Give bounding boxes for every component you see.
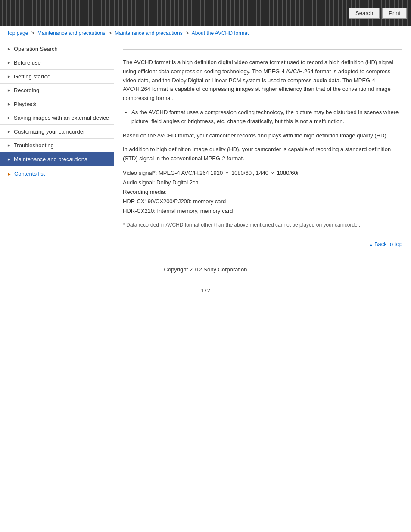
sidebar-item-label: Operation Search bbox=[14, 46, 58, 52]
sidebar-item-label: Getting started bbox=[14, 73, 50, 80]
arrow-right-icon: ► bbox=[7, 171, 12, 177]
breadcrumb-link-top[interactable]: Top page bbox=[7, 30, 28, 36]
recording-media-1-row: HDR-CX190/CX200/PJ200: memory card bbox=[123, 197, 402, 206]
arrow-icon: ► bbox=[7, 115, 11, 120]
video-signal-label: Video signal*: MPEG-4 AVC/H.264 1920 bbox=[123, 170, 223, 176]
arrow-icon: ► bbox=[7, 129, 11, 134]
cross-icon-2: × bbox=[271, 171, 274, 176]
back-to-top-row: ▲Back to top bbox=[123, 236, 402, 252]
sidebar-item-label: Before use bbox=[14, 59, 41, 66]
arrow-icon: ► bbox=[7, 143, 11, 148]
sidebar-item-customizing[interactable]: ► Customizing your camcorder bbox=[0, 125, 114, 139]
sidebar-item-operation-search[interactable]: ► Operation Search bbox=[0, 42, 114, 56]
video-signal-mid: 1080/60i, 1440 bbox=[231, 170, 268, 176]
sidebar-item-recording[interactable]: ► Recording bbox=[0, 84, 114, 97]
sidebar-item-maintenance[interactable]: ► Maintenance and precautions bbox=[0, 152, 114, 166]
arrow-icon: ► bbox=[7, 74, 11, 79]
bullet-list: As the AVCHD format uses a compression c… bbox=[131, 108, 402, 126]
breadcrumb: Top page > Maintenance and precautions >… bbox=[0, 26, 411, 40]
sidebar-item-saving-images[interactable]: ► Saving images with an external device bbox=[0, 111, 114, 125]
print-button[interactable]: Print bbox=[382, 8, 407, 19]
contents-list-link[interactable]: ► Contents list bbox=[0, 166, 114, 181]
breadcrumb-link-maintenance1[interactable]: Maintenance and precautions bbox=[37, 30, 105, 36]
sidebar-item-label: Recording bbox=[14, 87, 39, 93]
video-signal-row: Video signal*: MPEG-4 AVC/H.264 1920 × 1… bbox=[123, 168, 402, 178]
sidebar-item-label: Maintenance and precautions bbox=[14, 156, 87, 162]
header: Search Print bbox=[0, 0, 411, 26]
bullet-item-1: As the AVCHD format uses a compression c… bbox=[131, 108, 402, 126]
sidebar-item-label: Customizing your camcorder bbox=[14, 128, 85, 135]
breadcrumb-link-maintenance2[interactable]: Maintenance and precautions bbox=[115, 30, 182, 36]
main-layout: ► Operation Search ► Before use ► Gettin… bbox=[0, 40, 411, 260]
breadcrumb-link-avchd[interactable]: About the AVCHD format bbox=[192, 30, 249, 36]
hd-paragraph: Based on the AVCHD format, your camcorde… bbox=[123, 131, 402, 140]
arrow-icon: ► bbox=[7, 60, 11, 65]
sidebar-item-getting-started[interactable]: ► Getting started bbox=[0, 70, 114, 84]
sidebar-item-label: Troubleshooting bbox=[14, 142, 54, 149]
video-signal-end: 1080/60i bbox=[277, 170, 299, 176]
content-divider-top bbox=[123, 49, 402, 50]
sidebar-item-label: Playback bbox=[14, 101, 37, 107]
content-area: The AVCHD format is a high definition di… bbox=[114, 40, 411, 260]
sidebar-item-label: Saving images with an external device bbox=[14, 115, 109, 121]
search-button[interactable]: Search bbox=[349, 8, 380, 19]
audio-signal-row: Audio signal: Dolby Digital 2ch bbox=[123, 178, 402, 187]
sidebar-item-playback[interactable]: ► Playback bbox=[0, 97, 114, 111]
page-number: 172 bbox=[0, 279, 411, 302]
triangle-up-icon: ▲ bbox=[369, 242, 373, 247]
intro-paragraph: The AVCHD format is a high definition di… bbox=[123, 58, 402, 103]
footnote: * Data recorded in AVCHD format other th… bbox=[123, 221, 402, 229]
recording-media-label-row: Recording media: bbox=[123, 187, 402, 197]
sidebar-item-before-use[interactable]: ► Before use bbox=[0, 56, 114, 70]
arrow-icon: ► bbox=[7, 102, 11, 106]
cross-icon: × bbox=[226, 171, 228, 176]
std-paragraph: In addition to high definition image qua… bbox=[123, 145, 402, 163]
back-to-top-label: Back to top bbox=[374, 241, 402, 247]
sidebar: ► Operation Search ► Before use ► Gettin… bbox=[0, 40, 114, 260]
content-body: The AVCHD format is a high definition di… bbox=[123, 58, 402, 251]
contents-list-label: Contents list bbox=[14, 171, 45, 177]
back-to-top-link[interactable]: ▲Back to top bbox=[369, 241, 402, 247]
copyright-text: Copyright 2012 Sony Corporation bbox=[164, 266, 247, 273]
sidebar-item-troubleshooting[interactable]: ► Troubleshooting bbox=[0, 139, 114, 152]
footer: Copyright 2012 Sony Corporation bbox=[0, 260, 411, 279]
arrow-icon: ► bbox=[7, 88, 11, 93]
spec-table: Video signal*: MPEG-4 AVC/H.264 1920 × 1… bbox=[123, 168, 402, 216]
arrow-icon: ► bbox=[7, 157, 11, 162]
recording-media-2-row: HDR-CX210: Internal memory, memory card bbox=[123, 206, 402, 216]
arrow-icon: ► bbox=[7, 47, 11, 51]
